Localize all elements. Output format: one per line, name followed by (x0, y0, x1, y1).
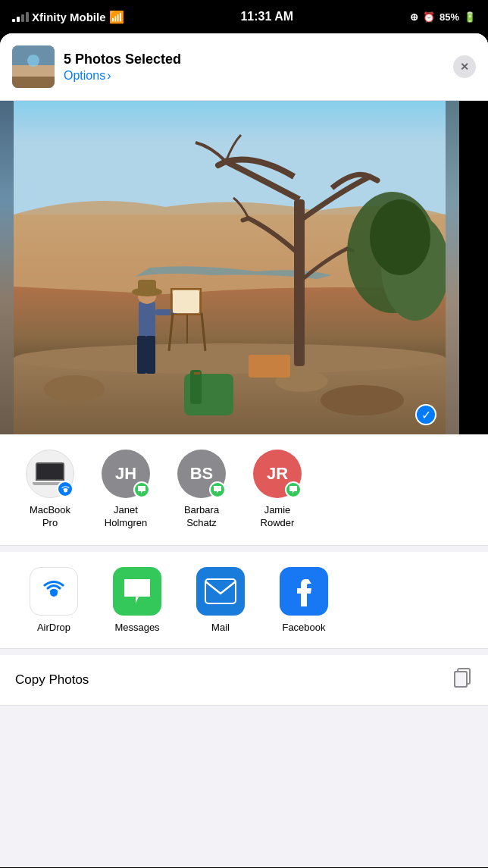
copy-icon (452, 667, 473, 688)
share-target-macbook[interactable]: MacBookPro (12, 450, 88, 530)
header-info: 5 Photos Selected Options › (64, 52, 444, 83)
airdrop-badge (57, 481, 74, 497)
jr-message-badge (285, 481, 302, 498)
close-icon: ✕ (460, 61, 469, 73)
app-facebook[interactable]: Facebook (262, 567, 346, 633)
messages-label: Messages (114, 622, 159, 633)
svg-point-7 (14, 343, 446, 374)
photo-strip: ✓ (0, 101, 488, 434)
jr-avatar: JR (253, 450, 302, 498)
close-button[interactable]: ✕ (453, 55, 476, 78)
wifi-icon: 📶 (109, 10, 124, 24)
mail-envelope-icon (205, 578, 236, 604)
jr-initials: JR (267, 464, 288, 484)
jh-avatar: JH (102, 450, 150, 498)
messages-bubble-icon (122, 577, 152, 606)
status-bar: Xfinity Mobile 📶 11:31 AM ⊕ ⏰ 85% 🔋 (0, 0, 488, 33)
location-icon: ⊕ (410, 11, 418, 23)
photo-right-partial (446, 101, 459, 434)
carrier-label: Xfinity Mobile (32, 11, 106, 24)
facebook-label: Facebook (282, 622, 325, 633)
message-icon-jh (137, 485, 146, 494)
alarm-icon: ⏰ (423, 11, 435, 23)
copy-photos-row[interactable]: Copy Photos (0, 655, 488, 706)
svg-rect-20 (138, 280, 156, 293)
jh-initials: JH (115, 464, 136, 484)
svg-point-3 (27, 55, 39, 67)
svg-rect-27 (249, 355, 290, 378)
thumbnail-preview (12, 45, 55, 88)
photo-main[interactable]: ✓ (14, 101, 446, 434)
message-icon-jr (289, 485, 298, 494)
airdrop-app-icon (30, 567, 78, 616)
facebook-f-icon (290, 576, 318, 606)
svg-rect-2 (12, 65, 55, 77)
status-left: Xfinity Mobile 📶 (12, 10, 124, 24)
bs-name: BarbaraSchatz (184, 504, 219, 530)
jr-name: JamieRowder (261, 504, 295, 530)
svg-point-9 (321, 385, 404, 415)
mail-label: Mail (211, 622, 230, 633)
header-title: 5 Photos Selected (64, 52, 444, 67)
bs-avatar: BS (177, 450, 226, 498)
app-mail[interactable]: Mail (179, 567, 262, 633)
jh-message-badge (133, 481, 150, 498)
share-sheet: 5 Photos Selected Options › ✕ (0, 33, 488, 867)
airdrop-mini-icon (61, 484, 70, 494)
signal-icon (12, 12, 29, 22)
thumbnail-image (12, 45, 55, 88)
battery-label: 85% (440, 11, 459, 23)
photo-selected-badge: ✓ (415, 404, 436, 425)
people-row: MacBookPro JH JanetHolmgren BS (0, 434, 488, 546)
apps-row: AirDrop Messages Mail (0, 552, 488, 649)
share-target-jh[interactable]: JH JanetHolmgren (88, 450, 164, 530)
battery-icon: 🔋 (464, 11, 476, 23)
grand-canyon-photo (14, 101, 446, 434)
svg-rect-36 (455, 672, 467, 687)
macbook-avatar (26, 450, 74, 498)
bs-message-badge (209, 481, 226, 498)
app-airdrop[interactable]: AirDrop (12, 567, 95, 633)
messages-app-icon (113, 567, 161, 616)
copy-photos-icon (452, 667, 473, 693)
jh-name: JanetHolmgren (105, 504, 147, 530)
svg-rect-16 (137, 336, 146, 374)
status-right: ⊕ ⏰ 85% 🔋 (410, 11, 476, 23)
airdrop-waves-icon (39, 576, 69, 606)
copy-photos-label: Copy Photos (15, 672, 89, 688)
svg-rect-30 (194, 372, 200, 374)
svg-point-14 (370, 199, 430, 275)
svg-rect-17 (146, 336, 155, 374)
app-messages[interactable]: Messages (95, 567, 179, 633)
message-icon-bs (213, 485, 222, 494)
macbook-screen (36, 462, 64, 481)
options-label: Options (64, 69, 105, 83)
mail-app-icon (196, 567, 245, 616)
airdrop-label: AirDrop (37, 622, 70, 633)
clock: 11:31 AM (240, 10, 293, 24)
svg-rect-22 (173, 290, 199, 313)
photo-left-partial (0, 101, 14, 434)
share-target-jr[interactable]: JR JamieRowder (239, 450, 315, 530)
macbook-name: MacBookPro (30, 504, 70, 530)
chevron-right-icon: › (107, 69, 111, 83)
svg-rect-29 (190, 370, 202, 404)
svg-rect-33 (205, 579, 236, 603)
share-target-bs[interactable]: BS BarbaraSchatz (164, 450, 239, 530)
share-header: 5 Photos Selected Options › ✕ (0, 33, 488, 101)
bs-initials: BS (190, 464, 214, 484)
facebook-app-icon (280, 567, 328, 616)
options-button[interactable]: Options › (64, 69, 444, 83)
svg-point-8 (44, 375, 105, 403)
